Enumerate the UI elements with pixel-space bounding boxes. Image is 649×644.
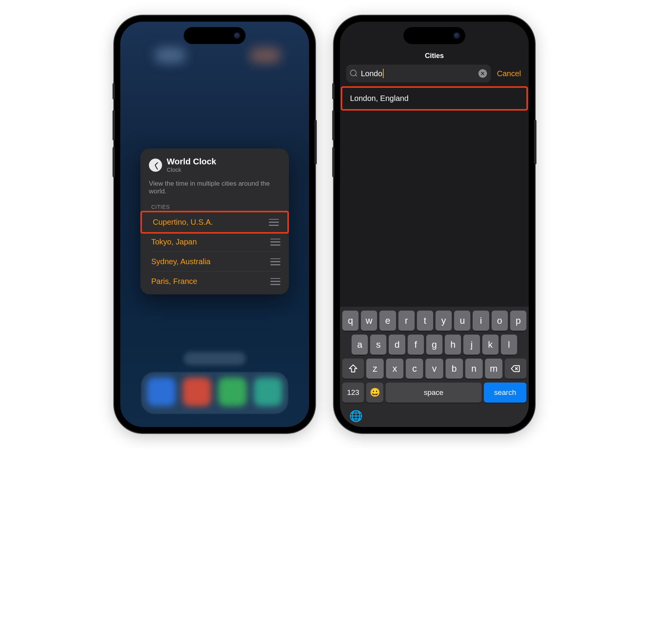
numbers-key[interactable]: 123 [342, 383, 364, 403]
key-s[interactable]: s [370, 335, 386, 355]
city-label: Tokyo, Japan [151, 237, 197, 246]
cities-section-label: CITIES [140, 204, 289, 212]
text-caret [383, 69, 384, 78]
dock-app-blur [147, 378, 176, 406]
cancel-button[interactable]: Cancel [495, 69, 523, 78]
key-t[interactable]: t [417, 311, 433, 331]
search-key[interactable]: search [484, 383, 526, 403]
dynamic-island [184, 27, 246, 44]
search-results: London, England [340, 87, 529, 307]
blur-item [154, 47, 186, 63]
phone-right: Cities Londo ✕ Cancel London, England qw… [334, 15, 535, 433]
reorder-handle-icon[interactable] [270, 258, 280, 265]
clock-icon [149, 159, 162, 172]
phone-vol-up [332, 110, 335, 140]
reorder-handle-icon[interactable] [270, 239, 280, 246]
key-w[interactable]: w [361, 311, 377, 331]
reorder-handle-icon[interactable] [270, 278, 280, 285]
space-key[interactable]: space [386, 383, 482, 403]
keyboard: qwertyuiop asdfghjkl zxcvbnm [340, 307, 529, 427]
widget-title: World Clock [167, 157, 216, 166]
phone-vol-up [113, 110, 115, 140]
key-k[interactable]: k [482, 335, 499, 355]
key-r[interactable]: r [398, 311, 415, 331]
key-o[interactable]: o [492, 311, 508, 331]
city-label: Sydney, Australia [151, 257, 210, 266]
key-h[interactable]: h [445, 335, 461, 355]
key-q[interactable]: q [342, 311, 359, 331]
phone-silent-switch [113, 83, 115, 99]
key-c[interactable]: c [406, 359, 423, 379]
x-icon: ✕ [480, 70, 485, 77]
key-j[interactable]: j [463, 335, 480, 355]
search-icon [350, 70, 358, 77]
key-u[interactable]: u [454, 311, 470, 331]
result-london[interactable]: London, England [342, 88, 526, 109]
backspace-key[interactable] [505, 359, 526, 379]
key-e[interactable]: e [379, 311, 396, 331]
clear-search-button[interactable]: ✕ [478, 69, 487, 78]
emoji-key[interactable]: 😀 [366, 383, 383, 403]
key-d[interactable]: d [389, 335, 405, 355]
key-x[interactable]: x [386, 359, 403, 379]
city-label: Paris, France [151, 277, 197, 286]
widget-description: View the time in multiple cities around … [140, 178, 289, 204]
search-input[interactable]: Londo ✕ [346, 65, 491, 82]
key-a[interactable]: a [352, 335, 368, 355]
dock-app-blur [183, 378, 211, 406]
key-b[interactable]: b [446, 359, 463, 379]
city-row-tokyo[interactable]: Tokyo, Japan [140, 232, 289, 252]
city-label: Cupertino, U.S.A. [153, 218, 213, 227]
phone-power [314, 120, 317, 164]
phone-power [534, 120, 536, 164]
homescreen-blur: World Clock Clock View the time in multi… [120, 22, 309, 427]
shift-key[interactable] [342, 359, 364, 379]
city-row-paris[interactable]: Paris, France [140, 272, 289, 291]
globe-key[interactable]: 🌐 [349, 410, 363, 422]
blur-item [249, 47, 281, 63]
dock-blur [141, 372, 288, 414]
phone-silent-switch [332, 83, 335, 99]
world-clock-widget-config: World Clock Clock View the time in multi… [140, 149, 289, 294]
key-l[interactable]: l [501, 335, 517, 355]
key-p[interactable]: p [510, 311, 526, 331]
dynamic-island [403, 27, 465, 44]
dock-app-blur [254, 378, 282, 406]
key-i[interactable]: i [473, 311, 489, 331]
dock-app-blur [218, 378, 247, 406]
city-row-sydney[interactable]: Sydney, Australia [140, 252, 289, 272]
phone-vol-down [332, 147, 335, 177]
key-m[interactable]: m [485, 359, 502, 379]
key-n[interactable]: n [465, 359, 483, 379]
key-y[interactable]: y [436, 311, 452, 331]
city-row-cupertino[interactable]: Cupertino, U.S.A. [142, 212, 287, 232]
reorder-handle-icon[interactable] [269, 219, 279, 226]
nav-title: Cities [340, 50, 529, 65]
widget-subtitle: Clock [167, 166, 216, 173]
key-f[interactable]: f [408, 335, 424, 355]
phone-vol-down [113, 147, 115, 177]
phone-left: World Clock Clock View the time in multi… [114, 15, 315, 433]
search-value: Londo [361, 69, 475, 78]
key-g[interactable]: g [426, 335, 442, 355]
key-z[interactable]: z [366, 359, 384, 379]
key-v[interactable]: v [425, 359, 443, 379]
page-dots-blur [184, 352, 246, 365]
